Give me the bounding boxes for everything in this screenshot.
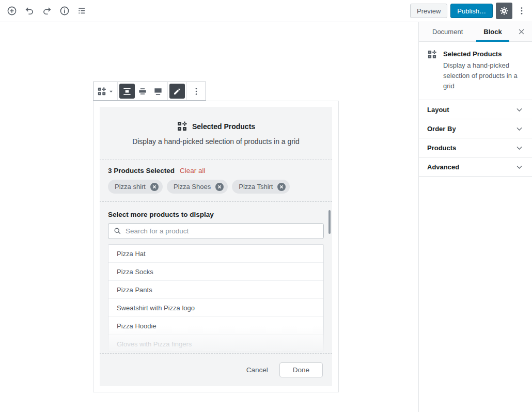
block-navigation-button[interactable] [74,3,90,19]
align-wide-icon [137,86,148,97]
editor-canvas: Selected Products Display a hand-picked … [0,22,418,412]
selected-products-block-icon [177,121,187,132]
block-switcher-button[interactable] [95,84,116,99]
publish-button[interactable]: Publish… [450,4,493,18]
tab-document[interactable]: Document [425,22,470,41]
selected-products-block-icon [427,50,437,91]
undo-button[interactable] [22,3,37,19]
block-placeholder-header: Selected Products Display a hand-picked … [100,107,332,160]
align-full-button[interactable] [150,84,166,99]
product-chip[interactable]: Pizza shirt [108,180,163,194]
product-chip[interactable]: Pizza Shoes [167,180,228,194]
selected-count-label: 3 Products Selected [108,167,175,175]
alignment-group [118,82,168,100]
panel-footer: Cancel Done [100,353,332,386]
sidebar-block-description: Display a hand-picked selection of produ… [443,60,525,91]
panel-toggle-layout[interactable]: Layout [419,100,532,119]
product-search-input[interactable] [126,227,318,235]
product-search-section: Select more products to display Pizza Ha… [100,202,332,353]
align-full-icon [153,86,163,97]
clear-all-link[interactable]: Clear all [180,167,206,175]
sidebar-block-title: Selected Products [443,50,525,58]
product-list-item[interactable]: Pizza Socks [108,263,323,281]
chip-label: Pizza shirt [115,183,146,191]
product-results-list: Pizza Hat Pizza Socks Pizza Pants Sweats… [108,244,324,352]
editor-topbar: Preview Publish… [0,0,532,22]
sidebar-block-card: Selected Products Display a hand-picked … [419,42,532,100]
tab-block[interactable]: Block [476,22,509,41]
product-list-item[interactable]: Pizza Hat [108,245,323,263]
toolbar-more-button[interactable] [189,84,204,99]
remove-chip-icon[interactable] [277,183,286,191]
close-sidebar-button[interactable] [510,22,532,41]
sidebar-tabs: Document Block [419,22,532,42]
product-list-item[interactable]: Sweatshirt with Pizza logo [108,299,323,317]
selected-products-section: 3 Products Selected Clear all Pizza shir… [100,160,332,202]
vertical-ellipsis-icon [517,6,527,16]
info-icon [59,5,70,17]
redo-button[interactable] [39,3,55,19]
redo-icon [42,6,52,16]
chevron-down-icon [108,88,114,94]
product-list-item[interactable]: Pizza Pants [108,281,323,299]
preview-button[interactable]: Preview [410,4,447,18]
product-list-item[interactable]: Pizza Hoodie [108,317,323,335]
product-chip[interactable]: Pizza Tshirt [232,180,290,194]
done-button[interactable]: Done [279,362,323,377]
cancel-button[interactable]: Cancel [246,366,268,374]
products-editor-panel: Selected Products Display a hand-picked … [100,107,332,386]
block-description: Display a hand-picked selection of produ… [132,137,300,146]
block-navigation-icon [77,6,87,16]
undo-icon [24,6,35,16]
edit-group [168,82,187,100]
selected-products-block-icon [97,87,106,96]
panel-toggle-advanced[interactable]: Advanced [419,157,532,177]
chevron-down-icon [515,124,524,133]
more-options-button[interactable] [515,3,528,19]
settings-gear-button[interactable] [496,3,512,19]
sidebar-accordion: Layout Order By Products Advanced [419,100,532,177]
edit-button[interactable] [169,84,185,99]
block-switcher-group [93,82,118,100]
remove-chip-icon[interactable] [215,183,224,191]
settings-sidebar: Document Block [418,22,532,412]
scrollbar-thumb[interactable] [328,210,331,234]
search-section-label: Select more products to display [108,211,324,218]
chevron-down-icon [515,105,524,114]
chevron-down-icon [515,144,524,152]
close-icon [518,28,525,36]
panel-toggle-products[interactable]: Products [419,138,532,157]
block-title: Selected Products [192,122,255,131]
block-toolbar [93,82,206,101]
align-center-icon [122,86,132,97]
chip-label: Pizza Tshirt [239,183,273,191]
product-list-item[interactable]: Gloves with Pizza fingers [108,335,323,352]
product-search-box [108,223,324,239]
gutenberg-editor: Preview Publish… [0,0,532,412]
align-wide-button[interactable] [135,84,150,99]
remove-chip-icon[interactable] [150,183,159,191]
inserter-button[interactable] [4,3,20,19]
chip-label: Pizza Shoes [174,183,211,191]
chevron-down-icon [515,163,524,171]
selected-products-block: Selected Products Display a hand-picked … [93,101,339,392]
gear-icon [499,6,509,16]
topbar-left-tools [4,3,90,19]
topbar-right-tools: Preview Publish… [410,3,528,19]
panel-toggle-order-by[interactable]: Order By [419,119,532,138]
selected-product-chips: Pizza shirt Pizza Shoes Pi [108,180,324,194]
toolbar-more-group [187,82,206,100]
vertical-ellipsis-icon [191,86,201,97]
pencil-icon [173,87,182,96]
align-center-button[interactable] [119,84,135,99]
content-structure-button[interactable] [57,3,72,19]
search-icon [114,227,121,235]
plus-circle-icon [6,5,18,17]
